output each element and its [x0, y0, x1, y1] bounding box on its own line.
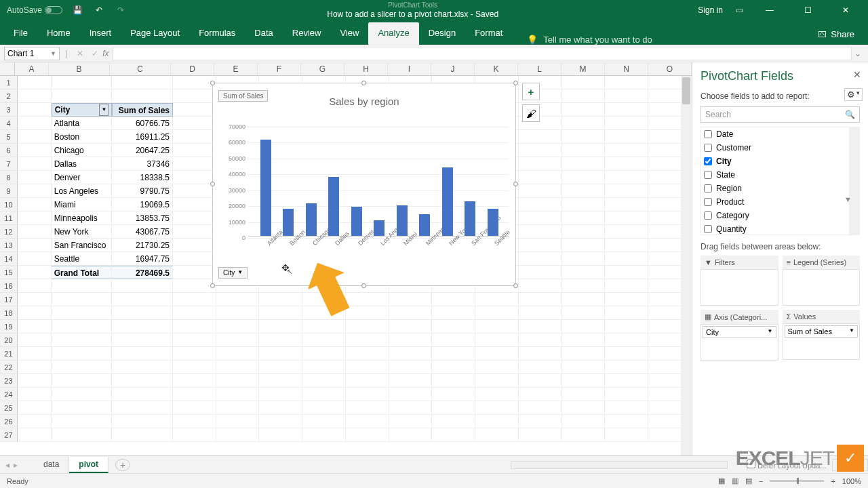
cell[interactable]: [173, 415, 216, 428]
cell[interactable]: [216, 347, 260, 361]
row-header[interactable]: 7: [0, 157, 18, 171]
cell[interactable]: [173, 388, 216, 401]
cell[interactable]: Boston: [52, 130, 113, 144]
cell[interactable]: [18, 347, 52, 361]
page-layout-icon[interactable]: ▥: [732, 476, 738, 485]
cell[interactable]: [562, 157, 606, 171]
column-header[interactable]: O: [648, 62, 692, 75]
cell[interactable]: [432, 415, 475, 428]
cell[interactable]: [302, 415, 346, 428]
cell[interactable]: [346, 320, 389, 333]
cell[interactable]: [173, 103, 216, 117]
chart-bar[interactable]: [351, 207, 362, 236]
cell[interactable]: [18, 374, 52, 388]
cell[interactable]: [112, 401, 173, 415]
cell[interactable]: [173, 239, 216, 252]
cell[interactable]: [346, 333, 389, 347]
chart-axis-button[interactable]: City ▼: [218, 267, 248, 279]
cell[interactable]: [18, 239, 52, 252]
cell[interactable]: [18, 103, 52, 117]
cell[interactable]: [389, 361, 433, 374]
row-header[interactable]: 8: [0, 171, 18, 184]
cell[interactable]: [562, 388, 606, 401]
expand-formula-icon[interactable]: ⌄: [852, 49, 864, 58]
cell[interactable]: Miami: [52, 198, 113, 211]
cell[interactable]: [562, 239, 606, 252]
chart-bar[interactable]: [374, 220, 384, 236]
cell[interactable]: [389, 333, 433, 347]
cell[interactable]: Denver: [52, 171, 113, 184]
cell[interactable]: [173, 252, 216, 266]
panel-tools-button[interactable]: ⚙▾: [844, 88, 863, 101]
cell[interactable]: 18338.5: [112, 171, 173, 184]
cell[interactable]: [18, 211, 52, 225]
cell[interactable]: [52, 320, 113, 333]
cell[interactable]: [519, 184, 562, 198]
cell[interactable]: [216, 374, 260, 388]
cell[interactable]: Atlanta: [52, 117, 113, 130]
chart-bar[interactable]: [328, 177, 339, 236]
cell[interactable]: [259, 293, 302, 306]
cell[interactable]: [519, 401, 562, 415]
column-header[interactable]: I: [388, 62, 431, 75]
cell[interactable]: [562, 293, 606, 306]
cell[interactable]: 9790.75: [112, 184, 173, 198]
ribbon-mode-icon[interactable]: ▭: [732, 3, 746, 17]
row-header[interactable]: 21: [0, 347, 18, 361]
cell[interactable]: [562, 266, 606, 279]
cell[interactable]: [562, 103, 606, 117]
tab-insert[interactable]: Insert: [80, 22, 121, 45]
chart-bar[interactable]: [260, 140, 271, 236]
zoom-out-icon[interactable]: −: [759, 477, 763, 485]
cell[interactable]: [18, 225, 52, 239]
row-header[interactable]: 12: [0, 225, 18, 239]
cell[interactable]: [605, 198, 648, 211]
field-customer[interactable]: Customer: [701, 141, 849, 155]
cell[interactable]: [562, 144, 606, 157]
tab-analyze[interactable]: Analyze: [368, 22, 418, 45]
cell[interactable]: [605, 293, 648, 306]
cell[interactable]: [562, 184, 606, 198]
cell[interactable]: [346, 361, 389, 374]
cell[interactable]: 21730.25: [112, 239, 173, 252]
cell[interactable]: [605, 76, 648, 89]
cell[interactable]: [562, 225, 606, 239]
cell[interactable]: [18, 415, 52, 428]
autosave-toggle[interactable]: AutoSave: [7, 5, 62, 15]
cell[interactable]: [52, 415, 113, 428]
cell[interactable]: [562, 415, 606, 428]
cell[interactable]: [519, 306, 562, 320]
cell[interactable]: [432, 374, 475, 388]
cell[interactable]: [562, 374, 606, 388]
cell[interactable]: [216, 415, 260, 428]
prev-sheet-icon[interactable]: ◂: [5, 460, 9, 470]
maximize-button[interactable]: ☐: [793, 0, 822, 20]
cell[interactable]: [173, 428, 216, 442]
name-box[interactable]: Chart 1 ▼: [4, 47, 60, 60]
cell[interactable]: [302, 347, 346, 361]
cell[interactable]: [18, 89, 52, 103]
resize-handle[interactable]: [513, 81, 518, 85]
cell[interactable]: [605, 374, 648, 388]
chart-bar[interactable]: [419, 214, 430, 236]
worksheet-grid[interactable]: ABCDEFGHIJKLMNO 123City▼Sum of Sales4Atl…: [0, 62, 692, 455]
cell[interactable]: [52, 374, 113, 388]
cell[interactable]: [259, 347, 302, 361]
row-header[interactable]: 9: [0, 184, 18, 198]
cell[interactable]: [389, 374, 433, 388]
field-search-input[interactable]: Search 🔍: [701, 106, 860, 123]
cell[interactable]: [605, 401, 648, 415]
cell[interactable]: [173, 89, 216, 103]
cell[interactable]: [259, 333, 302, 347]
cell[interactable]: [519, 333, 562, 347]
field-product[interactable]: Product: [701, 195, 849, 209]
next-sheet-icon[interactable]: ▸: [14, 460, 18, 470]
row-header[interactable]: 6: [0, 144, 18, 157]
close-icon[interactable]: ✕: [853, 69, 861, 80]
cell[interactable]: [346, 374, 389, 388]
row-header[interactable]: 17: [0, 293, 18, 306]
cell[interactable]: [18, 401, 52, 415]
cell[interactable]: [605, 157, 648, 171]
cell[interactable]: [605, 171, 648, 184]
cell[interactable]: [605, 184, 648, 198]
